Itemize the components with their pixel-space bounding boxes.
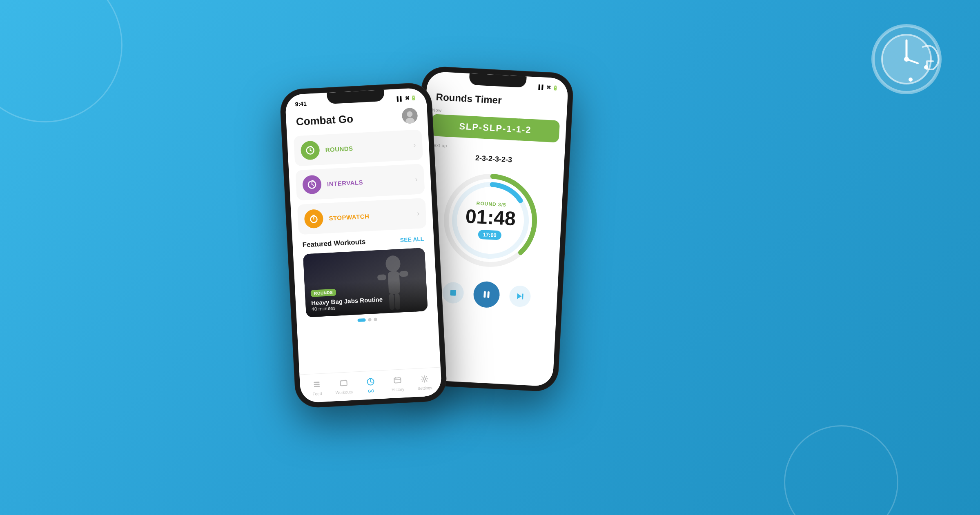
featured-title: Featured Workouts (302, 238, 365, 249)
svg-rect-46 (450, 290, 456, 296)
menu-item-rounds[interactable]: ROUNDS › (294, 129, 423, 166)
feed-icon (312, 380, 321, 391)
app-logo (870, 22, 943, 98)
bottom-nav: Feed Workouts (299, 367, 442, 403)
stopwatch-icon (304, 209, 323, 229)
svg-rect-50 (522, 293, 523, 299)
settings-label: Settings (417, 385, 432, 391)
next-button[interactable] (509, 285, 531, 308)
phone-1: 9:41 ▌▌ ⌘ 🔋 Combat Go (280, 82, 447, 408)
nav-workouts[interactable]: Workouts (330, 378, 358, 395)
see-all-button[interactable]: SEE ALL (400, 235, 424, 243)
svg-point-4 (904, 57, 909, 62)
phones-container: 9:41 ▌▌ ⌘ 🔋 Combat Go (288, 53, 655, 462)
svg-rect-36 (394, 377, 401, 383)
workouts-icon (339, 379, 348, 389)
rounds-icon (300, 140, 320, 160)
phone-1-title: Combat Go (296, 112, 354, 128)
now-combo-card: SLP-SLP-1-1-2 (431, 114, 560, 142)
stopwatch-chevron: › (417, 209, 420, 218)
bg-circle-br (784, 425, 898, 515)
svg-rect-47 (483, 291, 486, 297)
workouts-label: Workouts (335, 389, 353, 395)
svg-rect-27 (314, 382, 319, 383)
stopwatch-label: STOPWATCH (329, 213, 370, 222)
dot-3 (374, 317, 377, 321)
workout-overlay: ROUNDS Heavy Bag Jabs Routine 40 minutes (305, 278, 428, 317)
nav-go[interactable]: GO (357, 377, 385, 393)
now-combo-text: SLP-SLP-1-1-2 (459, 121, 532, 135)
intervals-label: INTERVALS (327, 178, 363, 187)
featured-header: Featured Workouts SEE ALL (302, 235, 424, 249)
rounds-label: ROUNDS (325, 145, 353, 153)
menu-items: ROUNDS › (287, 129, 433, 235)
user-avatar[interactable] (402, 108, 418, 124)
timer-inner: ROUND 3/5 01:48 17:00 (464, 200, 517, 241)
feed-label: Feed (312, 391, 322, 396)
svg-point-6 (909, 78, 913, 82)
nav-history[interactable]: History (384, 375, 412, 392)
svg-line-12 (310, 150, 312, 151)
timer-display: 01:48 (465, 206, 516, 230)
workout-card[interactable]: ROUNDS Heavy Bag Jabs Routine 40 minutes (303, 248, 428, 317)
phone-1-screen: 9:41 ▌▌ ⌘ 🔋 Combat Go (285, 87, 442, 403)
nav-settings[interactable]: Settings (411, 374, 439, 391)
svg-rect-29 (314, 386, 320, 387)
svg-rect-48 (487, 291, 490, 298)
nav-feed[interactable]: Feed (303, 380, 331, 396)
svg-rect-28 (314, 384, 320, 385)
menu-item-intervals[interactable]: INTERVALS › (295, 164, 425, 200)
intervals-icon (302, 175, 322, 194)
svg-line-39 (394, 379, 401, 380)
svg-line-15 (312, 184, 314, 185)
svg-point-40 (423, 377, 425, 380)
svg-marker-49 (517, 293, 522, 300)
status-time: 9:41 (295, 100, 307, 107)
dot-1 (357, 318, 365, 322)
rounds-timer-title: Rounds Timer (436, 91, 502, 106)
history-icon (393, 376, 402, 386)
bg-circle-tl (0, 0, 122, 122)
dot-2 (368, 318, 371, 321)
workout-badge: ROUNDS (311, 289, 336, 297)
stop-button[interactable] (442, 282, 464, 304)
p2-status-icons: ▌▌ ⌘ 🔋 (538, 84, 558, 91)
intervals-chevron: › (415, 175, 418, 183)
status-icons: ▌▌ ⌘ 🔋 (396, 95, 416, 102)
svg-rect-24 (399, 271, 408, 277)
svg-rect-30 (340, 380, 347, 386)
go-label: GO (368, 388, 374, 393)
timer-circle: ROUND 3/5 01:48 17:00 (439, 169, 542, 272)
settings-icon (420, 375, 429, 385)
rounds-chevron: › (413, 140, 416, 149)
go-icon (366, 377, 375, 388)
total-time-badge: 17:00 (478, 229, 501, 240)
pause-button[interactable] (473, 281, 500, 308)
featured-section: Featured Workouts SEE ALL (292, 228, 438, 333)
svg-line-35 (371, 382, 372, 382)
svg-rect-23 (377, 274, 387, 280)
history-label: History (392, 387, 405, 392)
